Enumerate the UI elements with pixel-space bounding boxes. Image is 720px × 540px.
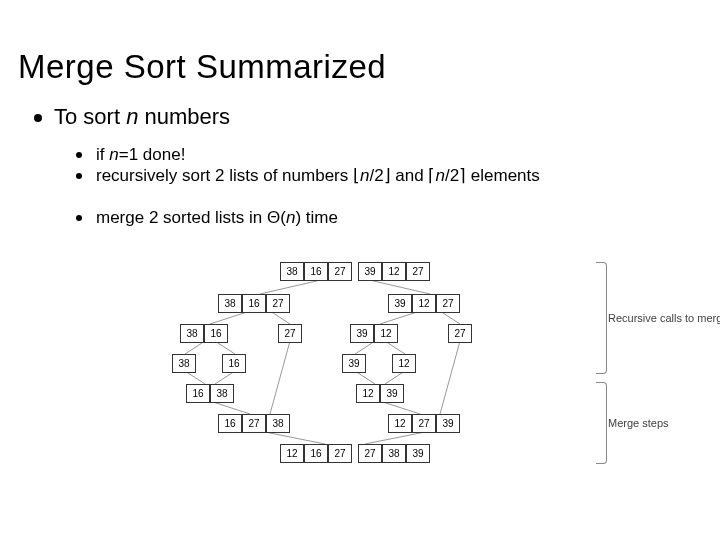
array-cell: 12 (280, 444, 304, 463)
text: if (96, 145, 109, 164)
text: =1 done! (119, 145, 186, 164)
array-row: 27 (278, 324, 302, 343)
array-cell: 27 (328, 444, 352, 463)
array-cell: 38 (210, 384, 234, 403)
array-cell: 16 (304, 444, 328, 463)
array-cell: 38 (280, 262, 304, 281)
array-row: 122739 (388, 414, 460, 433)
sub-bullet-2: recursively sort 2 lists of numbers ⌊n/2… (96, 165, 690, 186)
var: n (126, 104, 138, 129)
array-cell: 27 (412, 414, 436, 433)
var: n (109, 145, 118, 164)
diagram-label-recursive: Recursive calls to mergesort (608, 312, 720, 324)
array-cell: 27 (328, 262, 352, 281)
array-row: 16 (222, 354, 246, 373)
array-cell: 16 (304, 262, 328, 281)
array-cell: 39 (406, 444, 430, 463)
mergesort-diagram: 381627391227 381627 391227 3816 27 3912 … (130, 262, 650, 522)
brace-icon (596, 382, 607, 464)
array-row: 381627 (218, 294, 290, 313)
array-row: 12 (392, 354, 416, 373)
bullet-icon (76, 215, 82, 221)
bullet-icon (34, 114, 42, 122)
array-cell: 16 (242, 294, 266, 313)
array-cell: 27 (242, 414, 266, 433)
text: /2⌋ and ⌈ (369, 166, 435, 185)
array-row: 38 (172, 354, 196, 373)
array-cell: 27 (406, 262, 430, 281)
array-row: 121627273839 (280, 444, 430, 463)
array-cell: 27 (266, 294, 290, 313)
array-cell: 16 (222, 354, 246, 373)
diagram-label-merge: Merge steps (608, 417, 669, 429)
array-cell: 12 (388, 414, 412, 433)
array-cell: 38 (180, 324, 204, 343)
array-cell: 12 (374, 324, 398, 343)
array-cell: 16 (204, 324, 228, 343)
array-cell: 38 (218, 294, 242, 313)
array-row: 3912 (350, 324, 398, 343)
array-cell: 27 (436, 294, 460, 313)
text: merge 2 sorted lists in Θ( (96, 208, 286, 227)
array-row: 162738 (218, 414, 290, 433)
array-cell: 39 (436, 414, 460, 433)
slide-title: Merge Sort Summarized (18, 48, 386, 86)
array-cell: 38 (382, 444, 406, 463)
bullet-icon (76, 173, 82, 179)
text: ) time (295, 208, 338, 227)
array-row: 39 (342, 354, 366, 373)
array-row: 1638 (186, 384, 234, 403)
sub-bullet-3: merge 2 sorted lists in Θ(n) time (96, 207, 690, 228)
array-row: 381627391227 (280, 262, 430, 281)
text: recursively sort 2 lists of numbers ⌊ (96, 166, 360, 185)
array-cell: 38 (172, 354, 196, 373)
text: To sort (54, 104, 126, 129)
array-cell: 12 (392, 354, 416, 373)
array-row: 391227 (388, 294, 460, 313)
array-row: 3816 (180, 324, 228, 343)
text: numbers (138, 104, 230, 129)
var: n (286, 208, 295, 227)
main-bullet: To sort n numbers (54, 104, 230, 130)
brace-icon (596, 262, 607, 374)
array-cell: 39 (350, 324, 374, 343)
array-cell: 12 (356, 384, 380, 403)
array-cell: 16 (218, 414, 242, 433)
array-cell: 12 (382, 262, 406, 281)
array-cell: 27 (278, 324, 302, 343)
array-cell: 39 (342, 354, 366, 373)
array-row: 27 (448, 324, 472, 343)
array-cell: 27 (358, 444, 382, 463)
array-cell: 27 (448, 324, 472, 343)
array-cell: 16 (186, 384, 210, 403)
array-cell: 39 (380, 384, 404, 403)
array-cell: 12 (412, 294, 436, 313)
array-cell: 39 (388, 294, 412, 313)
array-cell: 38 (266, 414, 290, 433)
var: n (435, 166, 444, 185)
array-row: 1239 (356, 384, 404, 403)
array-cell: 39 (358, 262, 382, 281)
slide: Merge Sort Summarized To sort n numbers … (0, 0, 720, 540)
sub-bullet-1: if n=1 done! (96, 144, 690, 165)
bullet-icon (76, 152, 82, 158)
text: /2⌉ elements (445, 166, 540, 185)
